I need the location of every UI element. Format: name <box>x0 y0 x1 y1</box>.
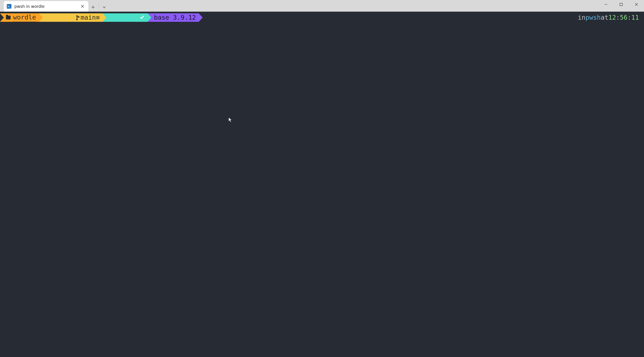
new-tab-button[interactable] <box>88 3 98 12</box>
prompt-git-status: ≡ <box>96 13 100 22</box>
window-controls <box>598 0 644 9</box>
prompt-path-text: wordle <box>13 13 36 22</box>
maximize-button[interactable] <box>614 0 629 9</box>
rprompt-prefix: in <box>578 13 586 22</box>
svg-point-1 <box>76 16 78 17</box>
prompt-python-env: base 3.9.12 <box>154 13 196 22</box>
powershell-icon: >_ <box>7 4 12 9</box>
prompt-git-branch: main <box>80 13 96 22</box>
prompt-left: wordle main≡ base 3.9.12 <box>0 13 644 22</box>
minimize-button[interactable] <box>598 0 614 9</box>
rprompt-shell: pwsh <box>586 13 601 22</box>
svg-point-2 <box>76 19 78 20</box>
tab-close-button[interactable] <box>80 4 86 9</box>
folder-icon <box>6 16 10 20</box>
prompt-segment-status <box>102 13 148 22</box>
prompt-right: in pwsh at 12:56:11 <box>578 13 639 22</box>
prompt-segment-path: wordle <box>0 13 39 22</box>
git-branch-icon <box>45 6 80 31</box>
mouse-cursor-icon <box>228 116 232 122</box>
close-window-button[interactable] <box>629 0 644 9</box>
rprompt-time: 12:56:11 <box>608 13 639 22</box>
check-icon <box>109 5 145 30</box>
svg-rect-0 <box>620 3 622 6</box>
prompt-segment-git: main≡ <box>39 13 102 22</box>
titlebar: >_ pwsh in wordle <box>0 0 644 12</box>
prompt-segment-python: base 3.9.12 <box>148 13 199 22</box>
svg-point-3 <box>78 17 79 18</box>
tab-dropdown-button[interactable] <box>100 3 109 12</box>
terminal-area[interactable]: wordle main≡ base 3.9.12 in pwsh at 12:5… <box>0 12 644 357</box>
rprompt-mid: at <box>601 13 608 22</box>
tab-divider <box>98 4 99 9</box>
